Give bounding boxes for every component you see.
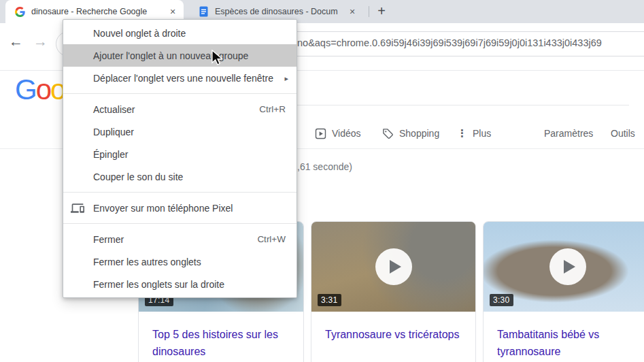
- forward-icon[interactable]: →: [33, 33, 48, 50]
- filter-label: Outils: [611, 128, 635, 139]
- filter-tab-shopping[interactable]: Shopping: [382, 127, 439, 140]
- shortcut-label: Ctrl+R: [259, 104, 286, 114]
- menu-separator: [63, 192, 296, 193]
- video-title-link[interactable]: Tyrannosaure vs tricératops: [325, 326, 464, 343]
- google-favicon: [14, 6, 25, 17]
- mouse-cursor: [211, 50, 226, 69]
- tab-divider: [369, 6, 369, 17]
- video-icon: [315, 128, 326, 139]
- tag-icon: [382, 128, 394, 139]
- menu-item-add-tab-to-group[interactable]: Ajouter l'onglet à un nouveau groupe: [63, 44, 296, 67]
- menu-separator: [63, 93, 296, 94]
- menu-item-close-tabs-to-right[interactable]: Fermer les onglets sur la droite: [63, 273, 296, 295]
- filter-label: Shopping: [399, 128, 439, 139]
- video-duration: 3:31: [318, 294, 341, 306]
- logo-letter: o: [36, 73, 50, 105]
- filter-label: Vidéos: [332, 128, 361, 139]
- play-button[interactable]: [549, 248, 586, 285]
- video-title-link[interactable]: Top 5 des histoires sur les dinosaures: [152, 326, 279, 360]
- video-thumbnail[interactable]: 3:30: [484, 222, 644, 312]
- url-text: no&aqs=chrome.0.69i59j46i39j69i539j69i7j…: [297, 37, 602, 48]
- menu-item-move-tab-to-window[interactable]: Déplacer l'onglet vers une nouvelle fenê…: [63, 67, 296, 89]
- settings-link[interactable]: Paramètres: [544, 127, 593, 140]
- filter-tab-plus[interactable]: ⋮ Plus: [457, 127, 491, 140]
- result-stats: ,61 seconde): [297, 161, 352, 172]
- video-card: 3:30 Tambatitanis bébé vs tyrannosaure: [483, 221, 644, 362]
- play-icon: [390, 260, 401, 274]
- new-tab-button[interactable]: +: [373, 3, 390, 20]
- menu-item-duplicate[interactable]: Dupliquer: [63, 120, 296, 143]
- close-tab-icon[interactable]: ✕: [167, 5, 179, 18]
- filter-label: Plus: [473, 128, 491, 139]
- menu-item-send-to-pixel[interactable]: Envoyer sur mon téléphone Pixel: [63, 197, 296, 219]
- video-card: 3:31 Tyrannosaure vs tricératops: [311, 221, 476, 362]
- tab-context-menu: Nouvel onglet à droite Ajouter l'onglet …: [63, 19, 297, 298]
- tab-title: Espèces de dinosaures - Docum: [215, 7, 346, 16]
- shortcut-label: Ctrl+W: [257, 234, 286, 244]
- menu-item-new-tab-right[interactable]: Nouvel onglet à droite: [63, 22, 296, 44]
- video-thumbnail[interactable]: 3:31: [311, 222, 475, 312]
- back-icon[interactable]: ←: [9, 33, 23, 50]
- filter-tab-videos[interactable]: Vidéos: [315, 127, 361, 140]
- tab-title: dinosaure - Recherche Google: [31, 7, 167, 16]
- menu-item-reload[interactable]: Actualiser Ctrl+R: [63, 98, 296, 120]
- close-tab-icon[interactable]: ✕: [346, 5, 358, 18]
- google-docs-icon: [198, 6, 209, 17]
- menu-item-close-other-tabs[interactable]: Fermer les autres onglets: [63, 250, 296, 273]
- send-to-device-icon: [71, 201, 84, 217]
- logo-letter: G: [15, 73, 36, 105]
- menu-item-pin[interactable]: Épingler: [63, 143, 296, 165]
- tools-link[interactable]: Outils: [611, 127, 635, 140]
- play-icon: [564, 260, 575, 274]
- menu-item-close[interactable]: Fermer Ctrl+W: [63, 228, 296, 250]
- more-vert-icon: ⋮: [457, 127, 467, 139]
- browser-window: dinosaure - Recherche Google ✕ Espèces d…: [0, 0, 644, 362]
- submenu-arrow-icon: ▸: [284, 73, 288, 82]
- menu-separator: [63, 223, 296, 224]
- video-duration: 3:30: [490, 294, 513, 306]
- filter-label: Paramètres: [544, 128, 593, 139]
- menu-item-mute-site[interactable]: Couper le son du site: [63, 165, 296, 188]
- play-button[interactable]: [375, 248, 412, 285]
- video-title-link[interactable]: Tambatitanis bébé vs tyrannosaure: [497, 326, 607, 360]
